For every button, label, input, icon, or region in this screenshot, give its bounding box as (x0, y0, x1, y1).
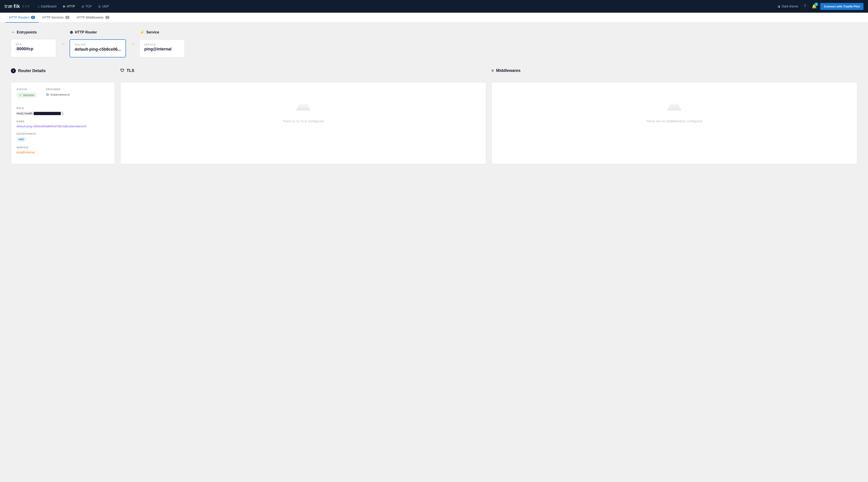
nav-dashboard[interactable]: ⌂ Dashboard (35, 3, 59, 9)
rule-redacted (34, 112, 61, 115)
rule-prefix: Host(`health. (17, 112, 33, 115)
tls-title: TLS (127, 68, 134, 73)
nav-http[interactable]: ⊕ HTTP (60, 3, 78, 9)
nav-http-label: HTTP (67, 4, 75, 8)
nav-dashboard-label: Dashboard (41, 4, 57, 8)
help-button[interactable]: ? (802, 3, 808, 9)
router-details-panel: STATUS ✓ Success PROVIDER ⚙ Kubernetescr… (11, 82, 115, 164)
flow-diagram: → Entrypoints WEB :8000/tcp → ⊕ HTTP Rou… (11, 30, 857, 57)
service-column: ⚡ Service SERVICE ping@internal (140, 30, 185, 57)
entrypoint-value: :8000/tcp (16, 46, 51, 51)
entrypoints-field: ENTRYPOINTS web (17, 132, 109, 141)
entrypoints-heading: → Entrypoints (11, 30, 56, 35)
sub-nav: HTTP Routers 6 HTTP Services 6 HTTP Midd… (0, 13, 868, 23)
status-badge: ✓ Success (17, 93, 37, 98)
router-details-title: Router Details (18, 68, 46, 73)
tls-panel: There is no TLS configured (120, 82, 486, 164)
name-label: NAME (17, 120, 109, 123)
arrow-2: → (126, 30, 140, 46)
service-value: ping@internal (144, 47, 180, 52)
tls-shield-icon: 🛡 (120, 68, 124, 73)
status-label: STATUS (17, 88, 37, 91)
service-type-label: SERVICE (144, 43, 180, 46)
name-value: default-ping-c5b8ce06a8bf5ed7d913@kubern… (17, 125, 109, 128)
entrypoint-card[interactable]: WEB :8000/tcp (11, 39, 56, 57)
tab-http-middlewares[interactable]: HTTP Middlewares 1 (73, 13, 113, 23)
logo-text-bold: fik (13, 3, 20, 9)
notification-badge: 1 (814, 2, 818, 6)
service-title: Service (146, 30, 159, 34)
arrow-1: → (56, 30, 70, 46)
info-icon: i (11, 68, 16, 73)
service-card[interactable]: SERVICE ping@internal (140, 39, 185, 57)
tab-http-services-label: HTTP Services (42, 15, 64, 19)
tls-empty-text: There is no TLS configured (283, 119, 323, 124)
tab-http-routers[interactable]: HTTP Routers 6 (5, 13, 39, 23)
rule-field: RULE Host(`health. `) (17, 107, 109, 116)
status-value: ✓ Success (17, 93, 37, 98)
rule-suffix: `) (61, 112, 63, 115)
tls-empty-icon (294, 101, 312, 115)
tab-http-services[interactable]: HTTP Services 6 (39, 13, 73, 23)
entrypoints-title: Entrypoints (17, 30, 37, 34)
service-detail-label: SERVICE (17, 146, 109, 149)
entrypoints-column: → Entrypoints WEB :8000/tcp (11, 30, 56, 57)
nav-udp-label: UDP (102, 4, 109, 8)
tab-http-services-count: 6 (65, 16, 69, 19)
router-column: ⊕ HTTP Router ROUTER default-ping-c5b8ce… (70, 30, 126, 57)
middlewares-heading: ≡ Middlewares (492, 68, 857, 73)
globe-icon: ⊕ (63, 4, 65, 8)
service-heading: ⚡ Service (140, 30, 185, 35)
middlewares-layers-icon: ≡ (492, 68, 494, 73)
router-details-heading: i Router Details (11, 68, 115, 73)
tls-heading: 🛡 TLS (120, 68, 486, 73)
nav-udp[interactable]: ◎ UDP (95, 3, 112, 9)
dark-theme-toggle[interactable]: ◑ Dark theme (777, 4, 798, 8)
provider-text: Kubernetescrd (51, 93, 70, 96)
logo: træfik 2.3.3 (4, 3, 29, 9)
service-field: SERVICE ping@internal (17, 146, 109, 154)
tls-empty-state: There is no TLS configured (126, 88, 480, 137)
connect-button[interactable]: Connect with Traefik Pilot (820, 3, 864, 10)
router-card[interactable]: ROUTER default-ping-c5b8ce06... (70, 39, 126, 57)
name-field: NAME default-ping-c5b8ce06a8bf5ed7d913@k… (17, 120, 109, 128)
version-label: 2.3.3 (22, 5, 30, 8)
middlewares-title: Middlewares (496, 68, 521, 73)
svg-rect-3 (668, 108, 681, 110)
entrypoints-value: web (17, 137, 109, 141)
home-icon: ⌂ (37, 4, 39, 8)
svg-rect-2 (299, 104, 308, 106)
entrypoint-tag: web (17, 137, 26, 141)
middlewares-panel: There are no Middlewares configured (492, 82, 857, 164)
provider-field: PROVIDER ⚙ Kubernetescrd (46, 88, 70, 98)
router-title: HTTP Router (75, 30, 97, 34)
middlewares-empty-state: There are no Middlewares configured (497, 88, 852, 137)
rule-label: RULE (17, 107, 109, 109)
navbar: træfik 2.3.3 ⌂ Dashboard ⊕ HTTP ◎ TCP ◎ … (0, 0, 868, 13)
tab-http-routers-label: HTTP Routers (9, 15, 29, 19)
status-text: Success (23, 93, 34, 97)
provider-value: ⚙ Kubernetescrd (46, 93, 70, 97)
entrypoints-arrow-icon: → (11, 30, 15, 35)
service-bolt-icon: ⚡ (140, 30, 145, 35)
svg-rect-5 (670, 104, 679, 106)
nav-tcp[interactable]: ◎ TCP (79, 3, 94, 9)
middlewares-empty-text: There are no Middlewares configured (646, 119, 702, 124)
details-section: STATUS ✓ Success PROVIDER ⚙ Kubernetescr… (11, 82, 857, 164)
logo-text: træ (4, 3, 13, 9)
main-nav: ⌂ Dashboard ⊕ HTTP ◎ TCP ◎ UDP (35, 3, 112, 9)
tab-http-routers-count: 6 (31, 16, 35, 19)
service-detail-value: ping@internal (17, 151, 109, 154)
entrypoints-label: ENTRYPOINTS (17, 132, 109, 135)
provider-label: PROVIDER (46, 88, 70, 91)
router-value: default-ping-c5b8ce06... (74, 47, 121, 52)
svg-rect-4 (669, 106, 680, 108)
svg-rect-1 (298, 106, 309, 108)
entrypoint-type-label: WEB (16, 43, 51, 46)
middlewares-empty-icon (665, 101, 683, 115)
udp-icon: ◎ (98, 4, 101, 8)
k8s-icon: ⚙ (46, 93, 49, 97)
main-content: → Entrypoints WEB :8000/tcp → ⊕ HTTP Rou… (0, 23, 868, 171)
notification-button[interactable]: 🔔 1 (812, 4, 817, 9)
svg-rect-0 (297, 108, 310, 110)
